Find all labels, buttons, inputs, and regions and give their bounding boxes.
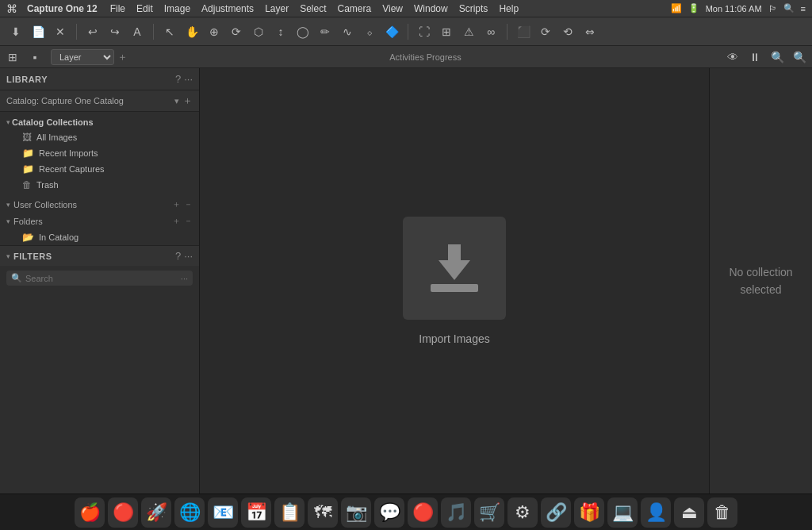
import-button[interactable]: ⬇ xyxy=(6,22,25,41)
curve-tool[interactable]: ∿ xyxy=(338,22,357,41)
catalog-dropdown-icon[interactable]: ▾ xyxy=(174,96,179,106)
rotate-tool[interactable]: ⟳ xyxy=(227,22,246,41)
dock-terminal[interactable]: 💻 xyxy=(607,497,638,528)
crop-tool[interactable]: ⬡ xyxy=(249,22,268,41)
menu-window[interactable]: Window xyxy=(414,3,448,14)
search-input[interactable] xyxy=(25,274,178,283)
menu-layer[interactable]: Layer xyxy=(265,3,289,14)
menu-image[interactable]: Image xyxy=(164,3,190,14)
import-icon-box[interactable] xyxy=(403,217,506,320)
app-name[interactable]: Capture One 12 xyxy=(27,3,98,14)
menu-view[interactable]: View xyxy=(382,3,403,14)
sync2-button[interactable]: ⟲ xyxy=(558,22,577,41)
collection-button[interactable]: ⬛ xyxy=(514,22,533,41)
straighten-tool[interactable]: ↕ xyxy=(271,22,290,41)
dock-notes[interactable]: 📋 xyxy=(274,497,304,528)
view-mode-button[interactable]: ⊞ xyxy=(3,48,22,67)
folders-remove-button[interactable]: － xyxy=(184,215,193,227)
warning-button[interactable]: ⚠ xyxy=(459,22,478,41)
menu-adjustments[interactable]: Adjustments xyxy=(201,3,254,14)
zoom-tool[interactable]: ⊕ xyxy=(205,22,224,41)
user-collections-chevron: ▾ xyxy=(6,201,10,209)
cursor-tool[interactable]: ↖ xyxy=(160,22,179,41)
add-catalog-button[interactable]: ＋ xyxy=(182,94,193,108)
menu-edit[interactable]: Edit xyxy=(136,3,153,14)
add-layer-button[interactable]: ＋ xyxy=(117,50,128,64)
dock-trash[interactable]: 🗑 xyxy=(707,497,737,528)
trash-item[interactable]: 🗑 Trash xyxy=(0,177,199,193)
dock-settings[interactable]: ⚙ xyxy=(508,497,538,528)
dock-magnet[interactable]: 🔗 xyxy=(541,497,571,528)
search-icon-menu[interactable]: 🔍 xyxy=(783,3,795,13)
lasso-tool[interactable]: ⬦ xyxy=(360,22,379,41)
dock-package[interactable]: 🎁 xyxy=(574,497,604,528)
svg-rect-0 xyxy=(431,284,478,292)
pause-button[interactable]: ⏸ xyxy=(745,48,764,67)
close-button[interactable]: ✕ xyxy=(51,22,70,41)
pan-tool[interactable]: ✋ xyxy=(182,22,201,41)
dock-calendar[interactable]: 📅 xyxy=(241,497,271,528)
zoom-in-button[interactable]: 🔍 xyxy=(768,48,787,67)
user-collections-toggle[interactable]: ▾ User Collections xyxy=(6,200,77,209)
grid-button[interactable]: ⊞ xyxy=(437,22,456,41)
library-help-button[interactable]: ? xyxy=(175,73,181,85)
spot-tool[interactable]: ◯ xyxy=(293,22,312,41)
dock-siri[interactable]: 🔴 xyxy=(108,497,138,528)
compare-button[interactable]: ⇔ xyxy=(580,22,599,41)
recent-imports-item[interactable]: 📁 Recent Imports xyxy=(0,145,199,161)
menu-select[interactable]: Select xyxy=(300,3,326,14)
text-button[interactable]: A xyxy=(128,22,147,41)
dock-messages[interactable]: 💬 xyxy=(374,497,404,528)
zoom-out-button[interactable]: 🔍 xyxy=(790,48,809,67)
dock-extra1[interactable]: ⏏ xyxy=(674,497,704,528)
dock-mail[interactable]: 📧 xyxy=(208,497,238,528)
dock: 🍎 🔴 🚀 🌐 📧 📅 📋 🗺 📷 💬 🔴 🎵 🛒 ⚙ 🔗 🎁 💻 👤 ⏏ 🗑 xyxy=(0,494,812,530)
control-icon[interactable]: ≡ xyxy=(801,4,806,13)
menu-file[interactable]: File xyxy=(110,3,125,14)
user-collections-add-button[interactable]: ＋ xyxy=(172,198,181,210)
dock-launchpad[interactable]: 🚀 xyxy=(141,497,171,528)
dock-user[interactable]: 👤 xyxy=(641,497,671,528)
folders-add-button[interactable]: ＋ xyxy=(172,215,181,227)
focus-button[interactable]: ∞ xyxy=(481,22,500,41)
recent-captures-icon: 📁 xyxy=(22,163,34,175)
all-images-item[interactable]: 🖼 All Images xyxy=(0,129,199,145)
view-options-button[interactable]: 👁 xyxy=(723,48,742,67)
filter-help-button[interactable]: ? xyxy=(175,250,181,262)
dock-finder[interactable]: 🍎 xyxy=(75,497,105,528)
folders-actions: ＋ － xyxy=(172,215,193,227)
dock-photos[interactable]: 📷 xyxy=(341,497,371,528)
wifi-icon: 📶 xyxy=(671,3,682,13)
apple-menu[interactable]: ⌘ xyxy=(6,2,17,15)
recent-captures-item[interactable]: 📁 Recent Captures xyxy=(0,161,199,177)
dock-appstore[interactable]: 🛒 xyxy=(474,497,504,528)
filter-panel: ▾ Filters ? ··· 🔍 ··· xyxy=(0,245,199,290)
folders-toggle[interactable]: ▾ Folders xyxy=(6,217,43,226)
all-images-icon: 🖼 xyxy=(22,132,32,143)
library-more-button[interactable]: ··· xyxy=(184,73,193,85)
user-collections-remove-button[interactable]: － xyxy=(184,198,193,210)
layer-selector[interactable]: Layer xyxy=(51,49,114,65)
redo-button[interactable]: ↪ xyxy=(105,22,124,41)
fullscreen-button[interactable]: ⛶ xyxy=(415,22,434,41)
recent-captures-label: Recent Captures xyxy=(39,164,105,174)
in-catalog-item[interactable]: 📂 In Catalog xyxy=(0,229,199,245)
catalog-collections-header[interactable]: ▾ Catalog Collections xyxy=(0,115,199,129)
menu-camera[interactable]: Camera xyxy=(338,3,372,14)
dock-music[interactable]: 🎵 xyxy=(441,497,471,528)
draw-tool[interactable]: ✏ xyxy=(316,22,335,41)
dock-safari[interactable]: 🌐 xyxy=(174,497,205,528)
sync-button[interactable]: ⟳ xyxy=(536,22,555,41)
menu-help[interactable]: Help xyxy=(499,3,519,14)
menu-items: File Edit Image Adjustments Layer Select… xyxy=(110,3,671,14)
search-more-button[interactable]: ··· xyxy=(181,274,188,283)
filter-more-button[interactable]: ··· xyxy=(184,250,193,262)
mask-tool[interactable]: 🔷 xyxy=(382,22,401,41)
menu-scripts[interactable]: Scripts xyxy=(459,3,488,14)
new-doc-button[interactable]: 📄 xyxy=(29,22,48,41)
undo-button[interactable]: ↩ xyxy=(83,22,102,41)
dock-maps[interactable]: 🗺 xyxy=(308,497,338,528)
library-panel-header: Library ? ··· xyxy=(0,68,199,90)
dock-news[interactable]: 🔴 xyxy=(408,497,438,528)
single-view-button[interactable]: ▪ xyxy=(25,48,44,67)
